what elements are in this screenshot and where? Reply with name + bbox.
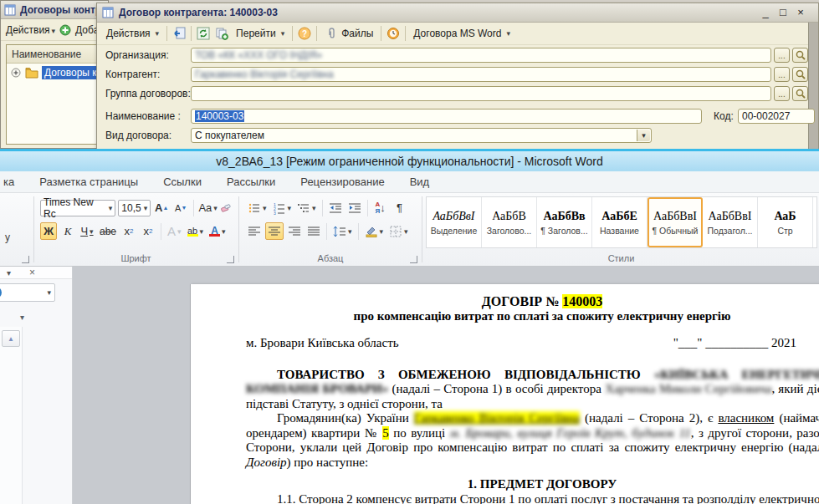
- tab-references[interactable]: Ссылки: [163, 176, 202, 188]
- superscript-button[interactable]: x2: [140, 222, 156, 240]
- font-dialog-launcher[interactable]: [227, 256, 234, 263]
- clipboard-group-cut: у: [0, 193, 32, 266]
- code-input[interactable]: 00-002027: [738, 109, 815, 124]
- italic-button[interactable]: К: [59, 222, 76, 240]
- copy-add-icon[interactable]: [215, 27, 228, 40]
- tab-page-layout[interactable]: Разметка страницы: [39, 176, 138, 188]
- organization-input[interactable]: ТОВ «КК «ХХХ ОГО ІНДІЯ»: [191, 48, 771, 63]
- paperclip-icon: [325, 27, 338, 40]
- style-card-subtitle[interactable]: АаБбВвІПодзагол...: [703, 197, 758, 247]
- bold-button[interactable]: Ж: [40, 222, 57, 240]
- shading-button[interactable]: ▾: [363, 222, 386, 240]
- style-card-title[interactable]: АаБбЕНазвание: [592, 197, 648, 247]
- text-highlight-button[interactable]: ab▾: [186, 222, 206, 240]
- tree-row-contracts[interactable]: Договоры к: [7, 64, 107, 82]
- contractor-ellipsis-button[interactable]: ...: [774, 67, 790, 82]
- font-color-button[interactable]: А▾: [207, 222, 228, 240]
- tab-insert-cut[interactable]: ка: [3, 176, 14, 188]
- chevron-down-icon[interactable]: ▾: [20, 313, 24, 322]
- paragraph-group: ▾ 123▾ ▾ АЯ↓ ¶ ▾: [241, 193, 420, 266]
- decrease-indent-button[interactable]: [327, 199, 344, 216]
- navigation-pane-header: ▾ ×: [0, 267, 72, 279]
- tab-review[interactable]: Рецензирование: [300, 176, 384, 188]
- navigation-search-box[interactable]: ▾: [0, 283, 55, 302]
- word-titlebar[interactable]: v8_2ВА6_13 [Режим ограниченной функциона…: [0, 149, 819, 171]
- increase-indent-button[interactable]: [346, 199, 363, 216]
- name-input[interactable]: 140003-03: [191, 109, 702, 124]
- files-button[interactable]: Файлы: [322, 25, 376, 42]
- organization-lookup-button[interactable]: [792, 48, 808, 63]
- align-center-button[interactable]: [265, 222, 284, 240]
- align-right-button[interactable]: [286, 222, 303, 240]
- style-card-heading2[interactable]: АаБбВв¶ Заголов...: [537, 197, 592, 247]
- contract-group-input[interactable]: [191, 86, 771, 101]
- contract-kind-combo[interactable]: С покупателем ▾: [191, 128, 652, 143]
- font-size-combo[interactable]: 10,5▾: [118, 200, 151, 216]
- shrink-font-button[interactable]: А▼: [172, 199, 189, 216]
- strikethrough-button[interactable]: abe: [98, 222, 118, 240]
- expand-icon[interactable]: [10, 67, 22, 79]
- save-close-icon[interactable]: [172, 27, 186, 40]
- borders-button[interactable]: ▾: [387, 222, 410, 240]
- underline-button[interactable]: Ч▾: [79, 222, 95, 240]
- maximize-button[interactable]: □: [777, 7, 789, 18]
- style-card-heading1[interactable]: АаБбВЗаголово...: [482, 197, 537, 247]
- ribbon: у Times New Rc▾ 10,5▾ А▲ А▼ Aa▾ Ж К: [0, 193, 819, 267]
- history-clock-icon[interactable]: [386, 27, 400, 40]
- name-label: Наименование :: [105, 110, 181, 122]
- change-case-button[interactable]: Aa▾: [198, 199, 218, 216]
- bullets-button[interactable]: ▾: [246, 199, 269, 216]
- toolbar-separator: [292, 26, 293, 41]
- chevron-down-icon[interactable]: ▾: [47, 288, 51, 297]
- minimize-button[interactable]: _: [760, 7, 771, 18]
- align-left-button[interactable]: [246, 222, 263, 240]
- contract-dialog-titlebar[interactable]: Договор контрагента: 140003-03 _ □ ×: [97, 3, 818, 23]
- tab-mailings[interactable]: Рассылки: [227, 176, 275, 188]
- thumbnail-scroll-strip[interactable]: ▲: [0, 327, 23, 504]
- paragraph-dialog-launcher[interactable]: [410, 256, 417, 263]
- show-paragraph-marks-button[interactable]: ¶: [392, 199, 408, 216]
- document-page[interactable]: ДОГОВІР № 140003 про компенсацію витрат …: [191, 284, 819, 504]
- sort-button[interactable]: АЯ↓: [372, 199, 389, 216]
- line-spacing-button[interactable]: ▾: [331, 222, 354, 240]
- tab-view[interactable]: Вид: [410, 176, 430, 188]
- font-name-combo[interactable]: Times New Rc▾: [40, 200, 115, 216]
- clear-formatting-icon[interactable]: [220, 201, 232, 215]
- contractor-lookup-button[interactable]: [792, 67, 808, 82]
- close-button[interactable]: ×: [795, 7, 806, 18]
- numbering-button[interactable]: 123▾: [271, 199, 294, 216]
- tree-item-label[interactable]: Договоры к: [42, 66, 100, 79]
- refresh-icon[interactable]: [197, 27, 210, 40]
- grow-font-button[interactable]: А▲: [153, 199, 170, 216]
- style-card-normal[interactable]: АаБбВвІ¶ Обычный: [648, 197, 703, 247]
- text-effects-button[interactable]: А▾: [166, 222, 183, 240]
- screen: Договоры контр Действия▾ Доба Наименован…: [0, 0, 819, 504]
- chevron-down-icon[interactable]: ▾: [7, 268, 11, 277]
- chevron-down-icon: ▾: [177, 227, 182, 236]
- contract-group-lookup-button[interactable]: [792, 86, 808, 101]
- highlighted-contract-number: 140003: [562, 294, 602, 308]
- add-icon[interactable]: [59, 24, 71, 36]
- bg-actions-button[interactable]: Действия▾: [6, 24, 55, 36]
- style-card-emphasis[interactable]: АаБбВвІВыделение: [427, 197, 482, 247]
- scroll-up-button[interactable]: ▲: [2, 330, 20, 347]
- help-icon[interactable]: ?: [298, 27, 311, 40]
- close-pane-icon[interactable]: ×: [29, 267, 35, 278]
- actions-menu-button[interactable]: Действия▾: [104, 26, 161, 41]
- chevron-down-icon: ▾: [90, 227, 94, 236]
- redacted-address: м. Бровари, вулиця Героїв Крут, будинок …: [450, 426, 691, 440]
- chevron-down-icon: ▾: [52, 27, 56, 35]
- justify-button[interactable]: [305, 222, 322, 240]
- goto-menu-button[interactable]: Перейти▾: [233, 26, 287, 41]
- folder-icon: [25, 66, 38, 79]
- multilevel-list-button[interactable]: ▾: [295, 199, 318, 216]
- style-card-strong[interactable]: АаБСтр: [758, 197, 813, 247]
- subscript-button[interactable]: x2: [120, 222, 137, 240]
- contractor-input[interactable]: Гаркавенко Вікторія Сергіївна: [191, 67, 771, 82]
- column-header-name[interactable]: Наименование: [7, 45, 107, 64]
- contract-group-ellipsis-button[interactable]: ...: [774, 86, 790, 101]
- msword-menu-button[interactable]: Договора MS Word▾: [411, 26, 513, 41]
- combo-dropdown-button[interactable]: ▾: [637, 130, 650, 141]
- organization-ellipsis-button[interactable]: ...: [774, 48, 790, 63]
- clipboard-dialog-launcher[interactable]: [22, 256, 29, 263]
